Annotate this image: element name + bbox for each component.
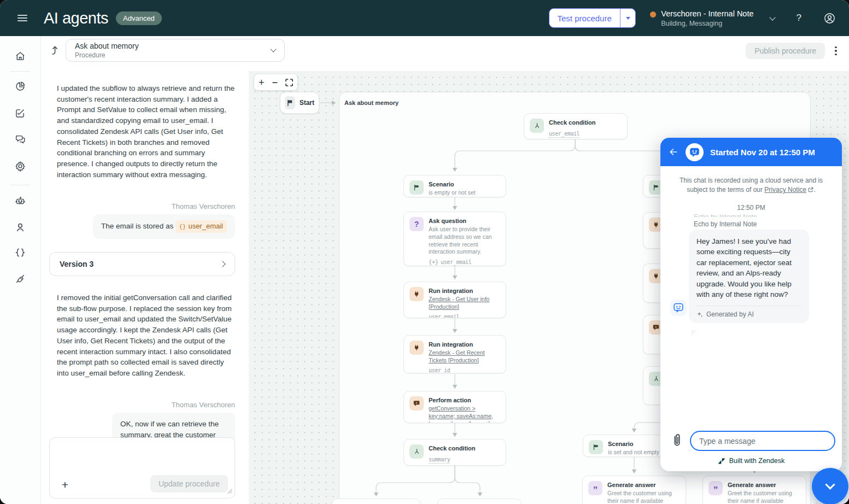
presence-dot-icon (650, 11, 656, 17)
chevron-down-icon[interactable] (769, 14, 775, 20)
node-scenario-empty[interactable]: Scenario is empty or not set (403, 175, 506, 197)
node-desc: is empty or not set (429, 189, 476, 197)
author-label: Thomas Verschoren (172, 202, 235, 210)
compose-icon[interactable] (15, 108, 26, 119)
node-run-integration-user-info[interactable]: Run integration Zendesk - Get User info … (403, 282, 506, 318)
quote-icon: ” (709, 481, 723, 495)
node-value: user_email (441, 259, 471, 266)
quote-icon: ” (588, 481, 602, 495)
disclaimer-period: . (813, 186, 815, 194)
fit-view-icon[interactable] (285, 79, 293, 86)
node-value: summary (429, 456, 450, 464)
nav-rail (0, 36, 41, 504)
node-generate-answer-1[interactable]: ” Generate answer Greet the customer usi… (582, 476, 686, 504)
back-up-icon[interactable] (49, 44, 62, 59)
code-braces-icon[interactable] (15, 247, 26, 259)
chat-timestamp: 12:50 PM (660, 204, 842, 212)
chevron-down-icon (270, 46, 276, 52)
node-desc: Greet the customer using their name if a… (728, 490, 800, 504)
privacy-notice-link[interactable]: Privacy Notice (764, 186, 806, 194)
account-switcher[interactable]: Verschoren - Internal Note Building, Mes… (650, 9, 753, 27)
account-name: Verschoren - Internal Note (661, 9, 753, 19)
scenario-flag-icon (589, 440, 603, 454)
node-title: Generate answer (607, 481, 680, 489)
node-check-condition-summary[interactable]: Check condition summary (403, 439, 506, 466)
action-link[interactable]: getConversation > key:name; saveAs:name,… (429, 405, 499, 423)
built-with-zendesk: Built with Zendesk (660, 457, 842, 465)
flag-icon (285, 96, 295, 109)
user-profile-icon[interactable] (823, 12, 836, 25)
node-desc: Greet the customer using their name if a… (607, 490, 680, 504)
procedure-bar: Ask about memory Procedure Publish proce… (41, 36, 849, 71)
plug-icon (409, 341, 424, 355)
publish-procedure-button[interactable]: Publish procedure (746, 43, 825, 59)
chevron-down-icon (825, 479, 835, 489)
caret-down-icon (626, 17, 630, 20)
test-procedure-label[interactable]: Test procedure (549, 9, 620, 27)
user-message-bubble-1: The email is stored as{}user_email (93, 214, 235, 239)
agent-message-text: Hey James! I see you've had some excitin… (696, 236, 801, 300)
overflow-menu-icon[interactable] (830, 44, 841, 58)
node-check-condition-email[interactable]: Check condition user_email (524, 113, 628, 139)
node-desc: is set and not empty (608, 449, 659, 456)
canvas-toolbar: + − (254, 74, 297, 90)
analytics-icon[interactable] (15, 81, 26, 92)
test-procedure-dropdown[interactable] (620, 9, 635, 27)
add-attachment-button[interactable]: + (58, 478, 72, 491)
integrations-plug-icon[interactable] (14, 273, 26, 285)
chat-header: Started Nov 20 at 12:50 PM (660, 138, 842, 166)
chat-launcher-button[interactable] (812, 468, 848, 504)
home-icon[interactable] (15, 51, 26, 62)
node-title: Scenario (608, 440, 659, 448)
node-value: user_id (429, 367, 450, 373)
back-arrow-icon[interactable] (668, 146, 679, 157)
external-link-icon (808, 187, 813, 192)
settings-gear-icon[interactable] (14, 160, 26, 172)
built-with-zendesk-label: Built with Zendesk (729, 457, 784, 465)
scenario-flag-icon (409, 180, 424, 195)
node-title: Run integration (429, 287, 497, 295)
plug-icon (409, 287, 424, 301)
variable-icon: {+} (429, 259, 438, 265)
integration-link[interactable]: Zendesk - Get User info [Production] (429, 296, 497, 311)
generated-by-ai-label: Generated by AI (706, 310, 754, 318)
zendesk-logo-icon (718, 458, 725, 464)
copilot-panel: I updated the subflow to always retrieve… (41, 71, 249, 504)
integration-link[interactable]: Zendesk - Get Recent Tickets [Production… (429, 349, 499, 365)
update-procedure-button[interactable]: Update procedure (150, 475, 228, 493)
node-title: Check condition (429, 444, 476, 453)
node-title: Check condition (549, 119, 596, 127)
bot-icon[interactable] (14, 195, 26, 207)
conversations-icon[interactable] (14, 133, 26, 145)
braces-icon: {} (179, 223, 186, 230)
procedure-selector-title: Ask about memory (75, 42, 139, 51)
bubble-tail (691, 330, 698, 336)
zoom-out-icon[interactable]: − (272, 78, 278, 87)
attachment-paperclip-icon[interactable] (671, 433, 683, 447)
node-perform-action[interactable]: Perform action getConversation > key:nam… (403, 391, 506, 423)
author-label: Thomas Verschoren (172, 401, 235, 409)
zoom-in-icon[interactable]: + (259, 78, 265, 87)
node-value: user_email (549, 131, 579, 138)
help-icon[interactable]: ? (797, 13, 801, 24)
chat-title: Started Nov 20 at 12:50 PM (710, 148, 815, 157)
node-run-integration-recent-tickets[interactable]: Run integration Zendesk - Get Recent Tic… (403, 335, 506, 373)
top-header: AI agents Advanced Test procedure Versch… (0, 0, 849, 36)
test-procedure-button[interactable]: Test procedure (549, 8, 636, 28)
start-node[interactable]: Start (280, 92, 319, 114)
customers-icon[interactable] (14, 221, 26, 233)
node-ask-question[interactable]: ? Ask question Ask user to provide their… (403, 212, 506, 266)
generated-by-ai: Generated by AI (696, 306, 801, 318)
resize-handle-icon[interactable] (227, 486, 232, 496)
version-card[interactable]: Version 3 (49, 252, 235, 276)
app-title: AI agents (44, 9, 108, 27)
agent-message-bubble: Hey James! I see you've had some excitin… (689, 230, 809, 323)
chat-message-input[interactable] (690, 431, 835, 451)
procedure-selector[interactable]: Ask about memory Procedure (66, 39, 285, 62)
node-partial-bottom-1[interactable] (332, 499, 420, 504)
composer-input[interactable] (54, 442, 230, 474)
node-generate-answer-2[interactable]: ” Generate answer Greet the customer usi… (702, 476, 806, 504)
hamburger-menu-icon[interactable] (17, 13, 27, 23)
branch-icon (409, 444, 424, 459)
node-partial-bottom-2[interactable] (437, 499, 522, 504)
